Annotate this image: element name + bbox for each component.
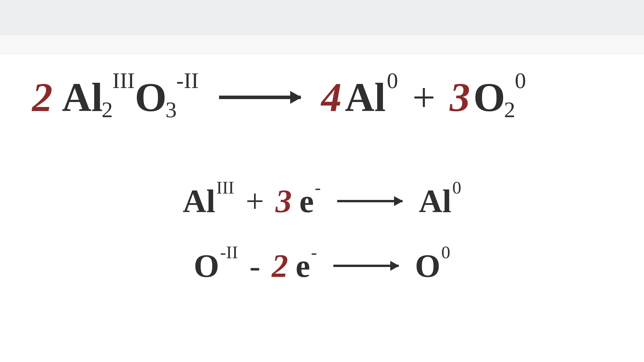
arrow-icon: [219, 96, 301, 99]
half-reaction-reduction: Al III + 3 e - Al 0: [32, 185, 612, 217]
plus-operator: +: [246, 185, 264, 217]
charge: -: [315, 179, 321, 197]
charge: -: [311, 243, 317, 261]
oxidation-state: -II: [176, 69, 199, 92]
equation-main: 2 Al 2 III O 3 -II 4 Al 0 + 3 O 2 0: [32, 77, 612, 118]
element-o: O: [194, 249, 219, 282]
half-reaction-oxidation: O -II - 2 e - O 0: [32, 249, 612, 282]
element-o: O: [135, 77, 167, 118]
element-o: O: [473, 77, 505, 118]
electron: e: [295, 249, 310, 282]
oxidation-state: 0: [515, 69, 526, 92]
oxidation-state: III: [112, 69, 135, 92]
minus-operator: -: [249, 249, 260, 282]
element-al: Al: [419, 185, 452, 217]
arrow-icon: [337, 200, 402, 203]
element-o: O: [415, 249, 440, 282]
oxidation-state: 0: [387, 69, 398, 92]
plus-operator: +: [412, 77, 435, 118]
subscript: 3: [165, 99, 177, 121]
oxidation-state: 0: [452, 179, 461, 197]
coefficient: 3: [450, 77, 470, 118]
coefficient: 2: [272, 249, 288, 282]
coefficient: 2: [32, 77, 52, 118]
oxidation-state: 0: [441, 243, 450, 261]
subscript: 2: [504, 99, 515, 121]
coefficient: 4: [321, 77, 342, 118]
element-al: Al: [62, 77, 103, 118]
element-al: Al: [345, 77, 386, 118]
element-al: Al: [183, 185, 215, 217]
chemistry-content: 2 Al 2 III O 3 -II 4 Al 0 + 3 O 2 0 Al I…: [0, 54, 644, 282]
sub-bar: [0, 35, 644, 54]
coefficient: 3: [276, 185, 292, 217]
top-bar: [0, 0, 644, 35]
subscript: 2: [102, 99, 113, 121]
arrow-icon: [333, 265, 399, 267]
electron: e: [299, 185, 314, 217]
oxidation-state: -II: [220, 243, 238, 261]
oxidation-state: III: [216, 179, 235, 197]
